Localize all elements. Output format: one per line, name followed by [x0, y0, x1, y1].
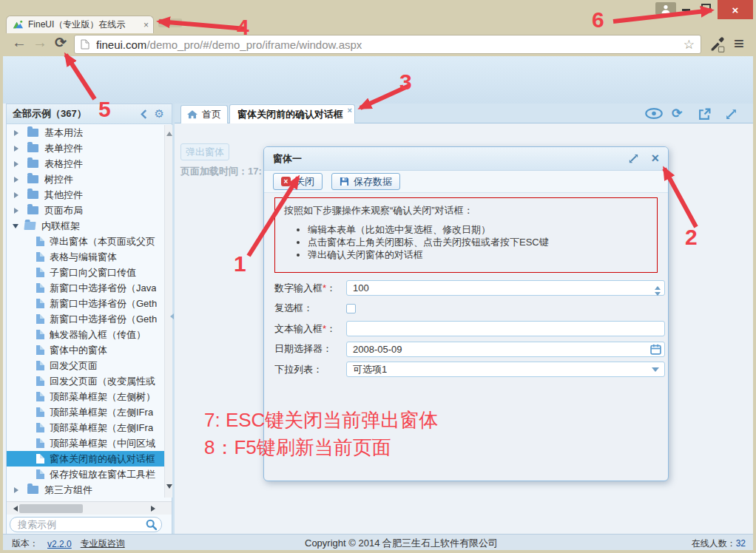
tree-folder[interactable]: 基本用法 [7, 125, 165, 140]
eyedropper-extension-icon[interactable] [709, 36, 725, 52]
version-label: 版本： [12, 537, 38, 550]
search-input[interactable] [10, 517, 162, 532]
tree-leaf[interactable]: 表格与编辑窗体 [7, 249, 165, 265]
search-row [7, 515, 172, 535]
dropdown-caret-icon[interactable] [652, 367, 659, 376]
save-data-button[interactable]: 保存数据 [331, 173, 400, 190]
expand-arrow-icon[interactable] [14, 146, 21, 152]
scroll-up-icon[interactable] [166, 129, 172, 136]
browser-reload-button[interactable] [55, 34, 67, 51]
dialog-titlebar[interactable]: 窗体一 [264, 147, 668, 171]
browser-back-button[interactable] [12, 34, 27, 51]
expand-arrow-icon[interactable] [14, 130, 21, 136]
window-maximize-button[interactable] [701, 4, 711, 12]
horizontal-scrollbar[interactable] [7, 501, 172, 515]
bookmark-star-icon[interactable] [684, 37, 695, 52]
profile-button[interactable] [655, 2, 676, 15]
tree-item-label: 弹出窗体（本页面或父页 [50, 235, 155, 248]
tab-close-icon[interactable] [348, 106, 352, 115]
tree-leaf[interactable]: 新窗口中选择省份（Java [7, 280, 165, 296]
tree-folder[interactable]: 表单控件 [7, 140, 165, 156]
browser-forward-button[interactable] [33, 34, 47, 51]
preview-eye-icon[interactable] [645, 108, 663, 121]
tab-active[interactable]: 窗体关闭前的确认对话框 [229, 104, 355, 123]
scrollbar-thumb[interactable] [19, 504, 83, 513]
expand-arrow-icon[interactable] [14, 161, 21, 167]
collapse-panel-icon[interactable] [140, 109, 147, 119]
expand-arrow-icon[interactable] [14, 192, 21, 198]
open-new-window-icon[interactable] [698, 108, 716, 121]
window-minimize-button[interactable] [682, 9, 690, 11]
spinner-icon[interactable] [655, 283, 661, 299]
fullscreen-icon[interactable] [725, 108, 743, 121]
tree-folder[interactable]: 树控件 [7, 172, 165, 187]
expand-arrow-icon[interactable] [14, 208, 21, 214]
address-bar[interactable]: fineui.com /demo_pro/#/demo_pro/iframe/w… [74, 35, 701, 54]
expand-arrow-icon[interactable] [14, 177, 21, 183]
tree-leaf[interactable]: 顶部菜单框架（中间区域 [7, 435, 165, 451]
tree-item-label: 新窗口中选择省份（Java [50, 282, 156, 295]
consult-link[interactable]: 专业版咨询 [81, 537, 125, 550]
date-input[interactable]: 2008-05-09 [346, 342, 665, 357]
page-icon [36, 438, 44, 448]
tree-item-label: 顶部菜单框架（左侧IFra [50, 406, 153, 419]
scroll-left-icon[interactable] [10, 506, 18, 512]
tree-leaf[interactable]: 保存按钮放在窗体工具栏 [7, 467, 165, 482]
tree-leaf[interactable]: 回发父页面 [7, 358, 165, 373]
open-window-button[interactable]: 弹出窗体 [180, 143, 229, 160]
home-icon [187, 110, 198, 119]
tree-item-label: 基本用法 [44, 126, 83, 140]
tab-close-icon[interactable] [144, 21, 149, 30]
tree-folder[interactable]: 第三方组件 [7, 482, 165, 498]
splitter-collapse-icon[interactable] [167, 313, 174, 319]
tree-leaf[interactable]: 窗体中的窗体 [7, 342, 165, 358]
dialog-close-icon[interactable] [651, 153, 659, 164]
tree-leaf[interactable]: 顶部菜单框架（左侧IFra [7, 404, 165, 420]
new-tab-button[interactable] [158, 18, 182, 27]
tree-leaf[interactable]: 触发器输入框（传值） [7, 327, 165, 342]
tree-folder[interactable]: 内联框架 [7, 218, 165, 234]
tree-folder[interactable]: 表格控件 [7, 156, 165, 172]
browser-menu-icon[interactable] [734, 33, 744, 54]
window-close-button[interactable] [718, 0, 753, 19]
browser-tab[interactable]: FineUI（专业版）在线示 [6, 16, 154, 33]
save-button-label: 保存数据 [354, 175, 392, 189]
dialog-maximize-icon[interactable] [628, 153, 639, 164]
collapse-arrow-icon[interactable] [13, 224, 18, 231]
tree-folder[interactable]: 页面布局 [7, 203, 165, 218]
text-input[interactable] [346, 321, 665, 336]
close-button[interactable]: 关闭 [273, 173, 323, 190]
scroll-right-icon[interactable] [151, 506, 158, 512]
number-input[interactable]: 100 [346, 280, 665, 296]
checkbox[interactable] [346, 304, 356, 313]
page-icon [36, 423, 44, 432]
spin-up-icon[interactable] [655, 283, 661, 290]
instructions-box: 按照如下步骤操作来观察“确认关闭”对话框： 编辑本表单（比如选中复选框、修改日期… [274, 197, 658, 273]
gear-icon[interactable] [155, 107, 164, 121]
spin-down-icon[interactable] [655, 292, 661, 299]
tree-leaf[interactable]: 窗体关闭前的确认对话框 [7, 451, 165, 467]
form-row: 下拉列表：可选项1 [274, 359, 665, 380]
vertical-scrollbar[interactable] [164, 125, 172, 498]
refresh-icon[interactable] [672, 106, 689, 118]
search-icon[interactable] [146, 519, 157, 530]
calendar-icon[interactable] [650, 344, 661, 355]
field-label-text: 文本输入框 [274, 323, 323, 334]
version-link[interactable]: v2.2.0 [47, 539, 72, 549]
tree-leaf[interactable]: 弹出窗体（本页面或父页 [7, 234, 165, 249]
form-row: 文本输入框*： [274, 319, 665, 339]
tree-leaf[interactable]: 回发父页面（改变属性或 [7, 373, 165, 389]
tree-item-label: 窗体关闭前的确认对话框 [50, 452, 155, 466]
tree-leaf[interactable]: 新窗口中选择省份（Geth [7, 311, 165, 327]
field-label-colon: ： [326, 282, 336, 294]
tree-leaf[interactable]: 新窗口中选择省份（Geth [7, 296, 165, 311]
tree-leaf[interactable]: 顶部菜单框架（左侧树） [7, 389, 165, 404]
tab-home[interactable]: 首页 [180, 105, 228, 123]
dropdown-select[interactable]: 可选项1 [346, 362, 665, 377]
online-count: 32 [736, 538, 746, 549]
tree-leaf[interactable]: 顶部菜单框架（左侧IFra [7, 420, 165, 435]
tree-leaf[interactable]: 子窗口向父窗口传值 [7, 265, 165, 280]
expand-arrow-icon[interactable] [14, 487, 21, 493]
tree-folder[interactable]: 其他控件 [7, 187, 165, 203]
scroll-down-icon[interactable] [166, 484, 172, 492]
